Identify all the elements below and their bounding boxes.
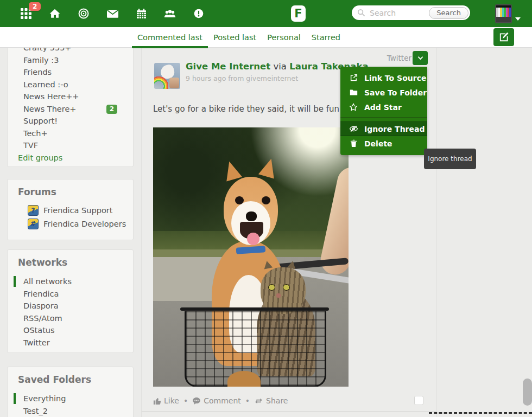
scrollbar-thumb[interactable] <box>523 378 532 406</box>
friendica-logo[interactable]: F <box>291 5 306 22</box>
group-item[interactable]: Support! <box>8 115 133 127</box>
saved-folders-title: Saved Folders <box>18 374 133 385</box>
network-item-ostatus[interactable]: OStatus <box>8 324 133 337</box>
messages-envelope-icon[interactable] <box>106 8 118 20</box>
post-select-checkbox[interactable] <box>414 396 423 405</box>
menu-item-label: Add Star <box>364 103 402 112</box>
menu-item-label: Delete <box>364 139 392 148</box>
navbar-icon-group <box>20 0 205 27</box>
forums-title: Forums <box>18 187 133 197</box>
top-navbar: 2 F Search <box>0 0 532 27</box>
calendar-icon[interactable] <box>135 8 147 20</box>
forum-label: Friendica Support <box>43 206 112 215</box>
user-avatar[interactable] <box>495 4 512 23</box>
menu-item-delete[interactable]: Delete <box>340 136 427 151</box>
group-item[interactable]: Tech+ <box>8 127 133 140</box>
group-item[interactable]: News Here++ <box>8 91 133 103</box>
share-label: Share <box>266 396 288 405</box>
menu-separator <box>340 117 427 118</box>
action-separator: • <box>245 396 250 405</box>
photo-basket-rim <box>180 307 329 311</box>
menu-item-link-to-source[interactable]: Link To Source <box>340 70 427 85</box>
external-link-icon <box>349 74 358 82</box>
avatar-testcard-bars <box>496 8 511 17</box>
friendica-app: 2 F Search Commented last Posted last Pe… <box>0 0 532 417</box>
folder-item-everything[interactable]: Everything <box>8 393 133 405</box>
folder-icon <box>349 89 358 96</box>
user-menu-caret-icon[interactable] <box>515 12 521 23</box>
forum-label: Friendica Developers <box>43 220 126 228</box>
network-item-diaspora[interactable]: Diaspora <box>8 300 133 312</box>
group-item[interactable]: TVF <box>8 139 133 152</box>
group-item[interactable]: Learned :-o <box>8 79 133 91</box>
post-author-avatar[interactable] <box>154 63 180 89</box>
forum-item[interactable]: # Friendica Developers <box>8 219 133 229</box>
eye-slash-icon <box>349 125 358 132</box>
home-icon[interactable] <box>49 8 61 20</box>
menu-item-add-star[interactable]: Add Star <box>340 100 427 114</box>
search-input[interactable] <box>369 8 429 18</box>
avatar-face-shape <box>169 78 179 88</box>
photo-cat-eye <box>268 284 275 290</box>
group-label: Support! <box>23 117 58 125</box>
network-label: Friendica <box>23 290 59 298</box>
like-button[interactable]: Like <box>153 396 179 405</box>
chevron-down-icon <box>417 56 423 60</box>
share-button[interactable]: Share <box>254 396 288 405</box>
post-timestamp: 9 hours ago from givemeinternet <box>186 74 298 82</box>
network-item-twitter[interactable]: Twitter <box>8 337 133 349</box>
post-author-link[interactable]: Give Me Internet <box>186 61 270 72</box>
network-label: RSS/Atom <box>23 314 62 323</box>
photo-dog-nose <box>246 211 257 221</box>
network-item-rss[interactable]: RSS/Atom <box>8 312 133 325</box>
tab-starred[interactable]: Starred <box>306 27 346 48</box>
compose-button[interactable] <box>493 28 514 46</box>
feed-tabbar: Commented last Posted last Personal Star… <box>0 27 532 48</box>
folder-item-test2[interactable]: Test_2 <box>8 405 133 417</box>
pencil-square-icon <box>499 32 509 42</box>
networks-list: All networks Friendica Diaspora RSS/Atom… <box>8 275 133 349</box>
groups-list: Crafty 555+ Family :3 Friends Learned :-… <box>8 42 133 152</box>
comment-bubble-icon <box>192 397 201 405</box>
menu-item-save-to-folder[interactable]: Save To Folder <box>340 85 427 100</box>
post-menu-toggle-button[interactable] <box>413 51 428 65</box>
menu-item-label: Ignore Thread <box>364 125 425 133</box>
post-photo-dog-cat-basket[interactable] <box>153 127 349 387</box>
action-separator: • <box>183 396 188 405</box>
post-action-bar: Like • Comment • Share <box>153 396 288 405</box>
comment-button[interactable]: Comment <box>192 396 241 405</box>
contacts-users-icon[interactable] <box>164 8 176 20</box>
tab-commented-last[interactable]: Commented last <box>132 27 208 48</box>
group-label: Learned :-o <box>23 80 68 89</box>
networks-title: Networks <box>18 257 133 268</box>
group-label: TVF <box>23 141 38 150</box>
network-label: OStatus <box>23 326 55 335</box>
tab-personal[interactable]: Personal <box>262 27 306 48</box>
retweet-icon <box>254 397 263 405</box>
group-label: Tech+ <box>23 129 48 138</box>
network-item-all[interactable]: All networks <box>8 275 133 288</box>
edit-groups-link[interactable]: Edit groups <box>18 153 133 162</box>
menu-item-label: Save To Folder <box>364 88 427 97</box>
forum-item[interactable]: ? Friendica Support <box>8 205 133 216</box>
group-label: News There+ <box>23 105 76 113</box>
group-item[interactable]: Family :3 <box>8 54 133 67</box>
group-label: Friends <box>23 68 52 76</box>
forums-panel: Forums ? Friendica Support # Friendica D… <box>7 179 134 240</box>
saved-folders-panel: Saved Folders Everything Test_2 <box>7 367 134 417</box>
network-item-friendica[interactable]: Friendica <box>8 288 133 300</box>
network-label: Diaspora <box>23 301 59 310</box>
network-label: Twitter <box>23 338 50 347</box>
group-item[interactable]: Friends <box>8 66 133 79</box>
tab-posted-last[interactable]: Posted last <box>208 27 262 48</box>
networks-panel: Networks All networks Friendica Diaspora… <box>7 249 134 353</box>
photo-dog-eye <box>262 196 270 204</box>
notifications-exclamation-icon[interactable] <box>193 8 205 20</box>
forum-avatar-icon: # <box>28 219 39 229</box>
avatar-testcard-bottom <box>496 17 511 22</box>
search-button[interactable]: Search <box>429 7 468 19</box>
network-bullseye-icon[interactable] <box>78 8 90 20</box>
menu-item-ignore-thread[interactable]: Ignore Thread <box>340 121 427 136</box>
group-item[interactable]: News There+2 <box>8 103 133 116</box>
folder-label: Everything <box>23 394 66 403</box>
